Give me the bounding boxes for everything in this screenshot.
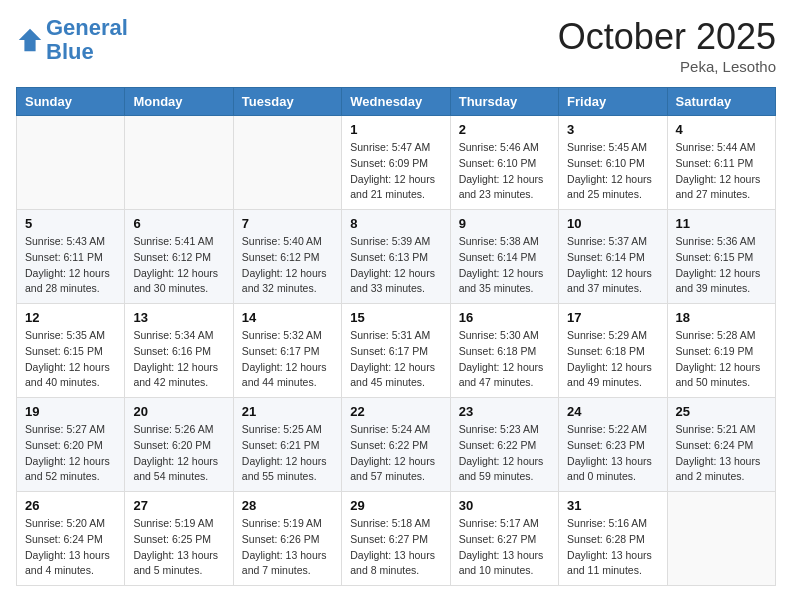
calendar-cell: 31Sunrise: 5:16 AM Sunset: 6:28 PM Dayli… [559,492,667,586]
day-info: Sunrise: 5:20 AM Sunset: 6:24 PM Dayligh… [25,516,116,579]
day-info: Sunrise: 5:39 AM Sunset: 6:13 PM Dayligh… [350,234,441,297]
day-number: 4 [676,122,767,137]
calendar-cell: 23Sunrise: 5:23 AM Sunset: 6:22 PM Dayli… [450,398,558,492]
day-info: Sunrise: 5:27 AM Sunset: 6:20 PM Dayligh… [25,422,116,485]
day-info: Sunrise: 5:47 AM Sunset: 6:09 PM Dayligh… [350,140,441,203]
calendar-cell: 18Sunrise: 5:28 AM Sunset: 6:19 PM Dayli… [667,304,775,398]
day-info: Sunrise: 5:32 AM Sunset: 6:17 PM Dayligh… [242,328,333,391]
calendar-cell: 4Sunrise: 5:44 AM Sunset: 6:11 PM Daylig… [667,116,775,210]
day-number: 5 [25,216,116,231]
day-number: 25 [676,404,767,419]
weekday-header-tuesday: Tuesday [233,88,341,116]
day-number: 28 [242,498,333,513]
calendar-cell: 8Sunrise: 5:39 AM Sunset: 6:13 PM Daylig… [342,210,450,304]
day-info: Sunrise: 5:30 AM Sunset: 6:18 PM Dayligh… [459,328,550,391]
weekday-header-friday: Friday [559,88,667,116]
calendar-cell [233,116,341,210]
calendar-cell: 21Sunrise: 5:25 AM Sunset: 6:21 PM Dayli… [233,398,341,492]
title-block: October 2025 Peka, Lesotho [558,16,776,75]
day-number: 29 [350,498,441,513]
calendar-body: 1Sunrise: 5:47 AM Sunset: 6:09 PM Daylig… [17,116,776,586]
day-number: 30 [459,498,550,513]
calendar-cell: 13Sunrise: 5:34 AM Sunset: 6:16 PM Dayli… [125,304,233,398]
day-info: Sunrise: 5:35 AM Sunset: 6:15 PM Dayligh… [25,328,116,391]
day-info: Sunrise: 5:44 AM Sunset: 6:11 PM Dayligh… [676,140,767,203]
day-number: 10 [567,216,658,231]
weekday-header-saturday: Saturday [667,88,775,116]
calendar-cell: 7Sunrise: 5:40 AM Sunset: 6:12 PM Daylig… [233,210,341,304]
day-number: 24 [567,404,658,419]
calendar-cell: 12Sunrise: 5:35 AM Sunset: 6:15 PM Dayli… [17,304,125,398]
day-number: 31 [567,498,658,513]
calendar-cell: 2Sunrise: 5:46 AM Sunset: 6:10 PM Daylig… [450,116,558,210]
logo-text: General Blue [46,16,128,64]
day-number: 2 [459,122,550,137]
calendar-week-1: 1Sunrise: 5:47 AM Sunset: 6:09 PM Daylig… [17,116,776,210]
calendar-cell: 11Sunrise: 5:36 AM Sunset: 6:15 PM Dayli… [667,210,775,304]
svg-marker-0 [19,29,41,51]
day-info: Sunrise: 5:43 AM Sunset: 6:11 PM Dayligh… [25,234,116,297]
calendar: SundayMondayTuesdayWednesdayThursdayFrid… [16,87,776,586]
calendar-week-5: 26Sunrise: 5:20 AM Sunset: 6:24 PM Dayli… [17,492,776,586]
day-number: 7 [242,216,333,231]
day-number: 20 [133,404,224,419]
calendar-cell: 16Sunrise: 5:30 AM Sunset: 6:18 PM Dayli… [450,304,558,398]
day-info: Sunrise: 5:26 AM Sunset: 6:20 PM Dayligh… [133,422,224,485]
weekday-header-monday: Monday [125,88,233,116]
calendar-cell: 5Sunrise: 5:43 AM Sunset: 6:11 PM Daylig… [17,210,125,304]
calendar-cell: 24Sunrise: 5:22 AM Sunset: 6:23 PM Dayli… [559,398,667,492]
day-number: 1 [350,122,441,137]
day-number: 6 [133,216,224,231]
calendar-week-4: 19Sunrise: 5:27 AM Sunset: 6:20 PM Dayli… [17,398,776,492]
day-number: 19 [25,404,116,419]
calendar-week-2: 5Sunrise: 5:43 AM Sunset: 6:11 PM Daylig… [17,210,776,304]
day-info: Sunrise: 5:37 AM Sunset: 6:14 PM Dayligh… [567,234,658,297]
day-info: Sunrise: 5:34 AM Sunset: 6:16 PM Dayligh… [133,328,224,391]
day-number: 18 [676,310,767,325]
day-number: 9 [459,216,550,231]
day-number: 15 [350,310,441,325]
day-number: 3 [567,122,658,137]
day-info: Sunrise: 5:38 AM Sunset: 6:14 PM Dayligh… [459,234,550,297]
weekday-header-thursday: Thursday [450,88,558,116]
day-number: 21 [242,404,333,419]
day-number: 12 [25,310,116,325]
day-number: 16 [459,310,550,325]
day-info: Sunrise: 5:18 AM Sunset: 6:27 PM Dayligh… [350,516,441,579]
day-info: Sunrise: 5:21 AM Sunset: 6:24 PM Dayligh… [676,422,767,485]
day-info: Sunrise: 5:28 AM Sunset: 6:19 PM Dayligh… [676,328,767,391]
calendar-cell: 9Sunrise: 5:38 AM Sunset: 6:14 PM Daylig… [450,210,558,304]
day-info: Sunrise: 5:23 AM Sunset: 6:22 PM Dayligh… [459,422,550,485]
calendar-cell: 17Sunrise: 5:29 AM Sunset: 6:18 PM Dayli… [559,304,667,398]
day-info: Sunrise: 5:31 AM Sunset: 6:17 PM Dayligh… [350,328,441,391]
day-info: Sunrise: 5:25 AM Sunset: 6:21 PM Dayligh… [242,422,333,485]
day-info: Sunrise: 5:45 AM Sunset: 6:10 PM Dayligh… [567,140,658,203]
day-number: 23 [459,404,550,419]
calendar-cell [125,116,233,210]
weekday-header-row: SundayMondayTuesdayWednesdayThursdayFrid… [17,88,776,116]
calendar-cell [17,116,125,210]
day-info: Sunrise: 5:29 AM Sunset: 6:18 PM Dayligh… [567,328,658,391]
day-info: Sunrise: 5:40 AM Sunset: 6:12 PM Dayligh… [242,234,333,297]
day-info: Sunrise: 5:16 AM Sunset: 6:28 PM Dayligh… [567,516,658,579]
day-info: Sunrise: 5:19 AM Sunset: 6:26 PM Dayligh… [242,516,333,579]
day-number: 22 [350,404,441,419]
calendar-cell: 29Sunrise: 5:18 AM Sunset: 6:27 PM Dayli… [342,492,450,586]
logo: General Blue [16,16,128,64]
calendar-cell: 10Sunrise: 5:37 AM Sunset: 6:14 PM Dayli… [559,210,667,304]
calendar-cell: 25Sunrise: 5:21 AM Sunset: 6:24 PM Dayli… [667,398,775,492]
day-number: 17 [567,310,658,325]
calendar-cell: 3Sunrise: 5:45 AM Sunset: 6:10 PM Daylig… [559,116,667,210]
calendar-cell: 22Sunrise: 5:24 AM Sunset: 6:22 PM Dayli… [342,398,450,492]
day-info: Sunrise: 5:36 AM Sunset: 6:15 PM Dayligh… [676,234,767,297]
day-number: 14 [242,310,333,325]
day-info: Sunrise: 5:19 AM Sunset: 6:25 PM Dayligh… [133,516,224,579]
calendar-cell [667,492,775,586]
calendar-cell: 27Sunrise: 5:19 AM Sunset: 6:25 PM Dayli… [125,492,233,586]
calendar-cell: 15Sunrise: 5:31 AM Sunset: 6:17 PM Dayli… [342,304,450,398]
calendar-cell: 30Sunrise: 5:17 AM Sunset: 6:27 PM Dayli… [450,492,558,586]
calendar-cell: 20Sunrise: 5:26 AM Sunset: 6:20 PM Dayli… [125,398,233,492]
calendar-cell: 14Sunrise: 5:32 AM Sunset: 6:17 PM Dayli… [233,304,341,398]
weekday-header-wednesday: Wednesday [342,88,450,116]
day-number: 26 [25,498,116,513]
